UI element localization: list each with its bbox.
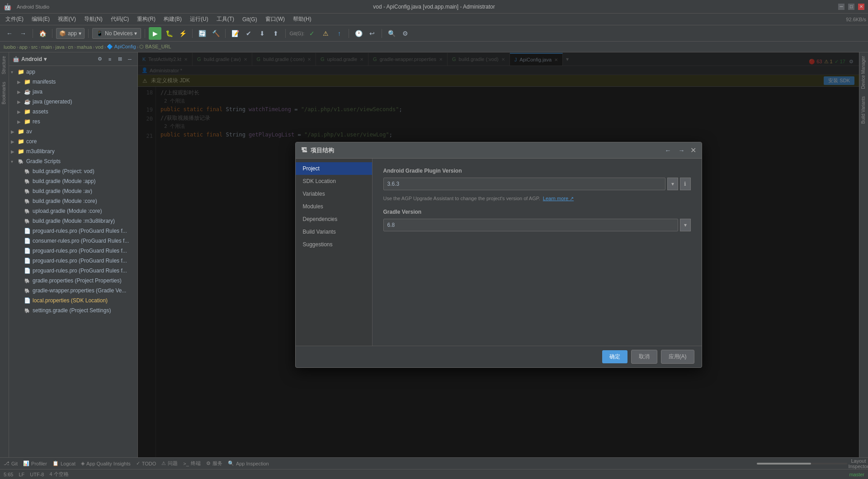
toolbar-build[interactable]: 🔨 [210,28,222,39]
menu-run[interactable]: 运行(U) [186,14,212,24]
tree-item-build-gradle-m3u8[interactable]: ▶ 🐘 build.gradle (Module :m3u8library) [9,216,137,226]
menu-help[interactable]: 帮助(H) [289,14,315,24]
dialog-nav-suggestions[interactable]: Suggestions [296,238,372,251]
tree-item-java-generated[interactable]: ▶ ☕ java (generated) [9,97,137,107]
breadcrumb-apiconfig[interactable]: 🔷 ApiConfig [107,44,136,50]
menu-tools[interactable]: 工具(T) [213,14,238,24]
tree-item-upload-gradle[interactable]: ▶ 🐘 upload.gradle (Module :core) [9,206,137,216]
dialog-nav-dependencies[interactable]: Dependencies [296,213,372,225]
tool-profiler[interactable]: 📊 Profiler [23,460,47,466]
tree-item-res[interactable]: ▶ 📁 res [9,117,137,127]
tree-item-build-gradle-app[interactable]: ▶ 🐘 build.gradle (Module :app) [9,176,137,186]
breadcrumb-cn[interactable]: cn [68,44,73,50]
toolbar-clock[interactable]: 🕐 [353,28,364,39]
breadcrumb-app[interactable]: app [19,44,28,50]
tree-item-app[interactable]: ▾ 📁 app [9,67,137,77]
sidebar-collapse[interactable]: ≡ [106,55,114,63]
run-button[interactable]: ▶ [149,27,161,40]
breadcrumb-mahua[interactable]: mahua [77,44,92,50]
agp-info-btn[interactable]: ℹ [680,178,691,190]
maximize-button[interactable]: □ [848,4,854,10]
tree-item-core[interactable]: ▶ 📁 core [9,136,137,146]
toolbar-vcs[interactable]: 📝 [229,28,241,39]
no-devices-button[interactable]: 📱 No Devices ▾ [92,28,141,39]
toolbar-home[interactable]: 🏠 [37,28,48,39]
structure-panel[interactable]: Structure [0,52,9,78]
git-warning[interactable]: ⚠ [320,28,331,39]
breadcrumb-vod[interactable]: vod [95,44,104,50]
git-push[interactable]: ↑ [333,28,345,39]
dialog-forward[interactable]: → [677,146,687,155]
toolbar-sync[interactable]: 🔄 [196,28,208,39]
dialog-nav-build-variants[interactable]: Build Variants [296,225,372,238]
tool-problems[interactable]: ⚠ 问题 [161,460,178,467]
dialog-nav-modules[interactable]: Modules [296,200,372,213]
toolbar-back[interactable]: ← [4,28,15,39]
dialog-back[interactable]: ← [663,146,673,155]
dialog-close-button[interactable]: ✕ [690,146,696,155]
breadcrumb-java[interactable]: java [55,44,64,50]
dialog-cancel-button[interactable]: 取消 [631,350,657,364]
menu-window[interactable]: 窗口(W) [262,14,288,24]
git-ok[interactable]: ✓ [306,28,318,39]
tool-services[interactable]: ⚙ 服务 [206,460,222,467]
menu-code[interactable]: 代码(C) [107,14,133,24]
tree-item-assets[interactable]: ▶ 📁 assets [9,107,137,117]
breadcrumb-main[interactable]: main [41,44,52,50]
layout-inspector-btn[interactable]: Layout Inspector [853,458,864,470]
tree-item-av[interactable]: ▶ 📁 av [9,127,137,136]
tree-item-manifests[interactable]: ▶ 📁 manifests [9,77,137,87]
menu-view[interactable]: 视图(V) [54,14,80,24]
menu-navigate[interactable]: 导航(N) [80,14,106,24]
project-dropdown[interactable]: 📦 app ▾ [56,28,85,39]
tree-item-proguard-2[interactable]: ▶ 📄 proguard-rules.pro (ProGuard Rules f… [9,246,137,256]
toolbar-forward[interactable]: → [17,28,29,39]
learn-more-link[interactable]: Learn more ↗ [543,196,574,201]
menu-git[interactable]: Git(G) [239,15,261,23]
tree-item-local-properties[interactable]: ▶ 📄 local.properties (SDK Location) [9,296,137,305]
menu-build[interactable]: 构建(B) [160,14,185,24]
tree-item-build-gradle-av[interactable]: ▶ 🐘 build.gradle (Module :av) [9,186,137,196]
tree-item-proguard-3[interactable]: ▶ 📄 proguard-rules.pro (ProGuard Rules f… [9,256,137,266]
tool-app-quality[interactable]: ◈ App Quality Insights [81,460,131,466]
tree-item-java[interactable]: ▶ ☕ java [9,87,137,97]
toolbar-settings[interactable]: ⚙ [399,28,411,39]
tool-logcat[interactable]: 📋 Logcat [52,460,75,466]
menu-file[interactable]: 文件(E) [2,14,27,24]
tool-terminal[interactable]: >_ 终端 [183,460,201,467]
menu-refactor[interactable]: 重构(R) [133,14,159,24]
dialog-ok-button[interactable]: 确定 [602,350,627,363]
tool-git[interactable]: ⎇ Git [4,460,18,466]
profile-button[interactable]: ⚡ [177,28,189,39]
toolbar-update[interactable]: ⬇ [256,28,268,39]
toolbar-commit[interactable]: ✔ [243,28,255,39]
tree-item-consumer-rules[interactable]: ▶ 📄 consumer-rules.pro (ProGuard Rules f… [9,236,137,246]
sidebar-gear[interactable]: ⚙ [96,55,104,63]
toolbar-push[interactable]: ⬆ [270,28,282,39]
breadcrumb-src[interactable]: src [31,44,38,50]
minimize-button[interactable]: ─ [838,4,844,10]
sidebar-minimize[interactable]: ─ [126,55,134,63]
dialog-apply-button[interactable]: 应用(A) [661,350,694,364]
debug-button[interactable]: 🐛 [163,28,175,39]
tree-item-proguard-1[interactable]: ▶ 📄 proguard-rules.pro (ProGuard Rules f… [9,226,137,236]
tree-item-build-gradle-core[interactable]: ▶ 🐘 build.gradle (Module :core) [9,196,137,206]
bookmarks-panel[interactable]: Bookmarks [0,78,9,108]
toolbar-undo[interactable]: ↩ [366,28,378,39]
tree-item-gradle-wrapper[interactable]: ▶ 🐘 gradle-wrapper.properties (Gradle Ve… [9,286,137,296]
tree-item-gradle-properties[interactable]: ▶ 🐘 gradle.properties (Project Propertie… [9,276,137,286]
agp-input[interactable] [383,178,665,190]
dialog-nav-project[interactable]: Project [296,162,372,175]
toolbar-search[interactable]: 🔍 [386,28,397,39]
tree-item-proguard-4[interactable]: ▶ 📄 proguard-rules.pro (ProGuard Rules f… [9,266,137,276]
dialog-nav-sdk[interactable]: SDK Location [296,175,372,188]
agp-dropdown-btn[interactable]: ▾ [667,178,678,190]
build-variants-panel[interactable]: Build Variants [859,93,868,127]
tool-app-inspection[interactable]: 🔍 App Inspection [228,460,269,466]
gradle-dropdown-btn[interactable]: ▾ [680,219,691,231]
tool-todo[interactable]: ✓ TODO [136,460,156,466]
menu-edit[interactable]: 编辑(E) [28,14,53,24]
dialog-nav-variables[interactable]: Variables [296,188,372,200]
gradle-version-input[interactable] [383,219,678,231]
tree-item-m3u8[interactable]: ▶ 📁 m3u8library [9,146,137,156]
